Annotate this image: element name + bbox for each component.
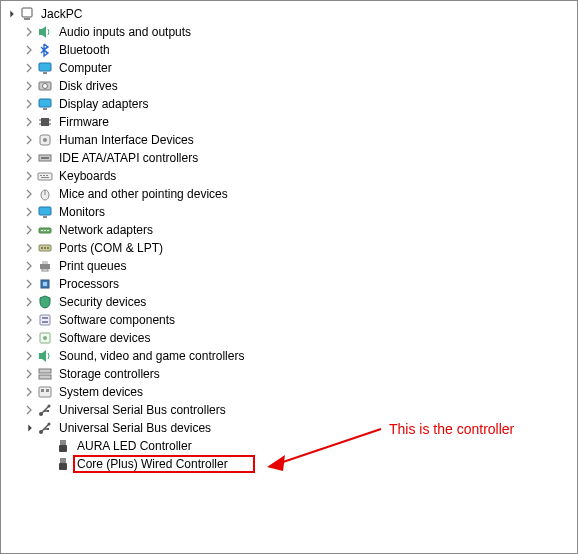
expander-icon[interactable] — [21, 330, 37, 346]
tree-category-system[interactable]: System devices — [1, 383, 577, 401]
svg-point-60 — [48, 423, 51, 426]
hid-icon — [37, 132, 53, 148]
expander-icon[interactable] — [21, 42, 37, 58]
tree-item-label: Security devices — [57, 295, 148, 309]
svg-rect-23 — [41, 177, 49, 178]
svg-rect-1 — [24, 18, 30, 20]
svg-rect-49 — [39, 375, 51, 379]
tree-category-usbdev[interactable]: Universal Serial Bus devices — [1, 419, 577, 437]
system-icon — [37, 384, 53, 400]
storage-icon — [37, 366, 53, 382]
expander-icon[interactable] — [21, 186, 37, 202]
svg-rect-26 — [39, 207, 51, 215]
monitor-icon — [37, 204, 53, 220]
svg-rect-57 — [47, 410, 49, 412]
expander-icon[interactable] — [21, 168, 37, 184]
expander-icon[interactable] — [21, 132, 37, 148]
tree-category-mice[interactable]: Mice and other pointing devices — [1, 185, 577, 203]
ide-icon — [37, 150, 53, 166]
tree-item-label: Universal Serial Bus devices — [57, 421, 213, 435]
tree-item-label: Bluetooth — [57, 43, 112, 57]
tree-category-storage[interactable]: Storage controllers — [1, 365, 577, 383]
expander-icon[interactable] — [21, 312, 37, 328]
tree-item-label: Core (Plus) Wired Controller — [75, 457, 230, 471]
tree-device-aura[interactable]: AURA LED Controller — [1, 437, 577, 455]
expander-icon[interactable] — [21, 348, 37, 364]
tree-category-swdev[interactable]: Software devices — [1, 329, 577, 347]
tree-item-label: Human Interface Devices — [57, 133, 196, 147]
svg-marker-3 — [42, 26, 46, 38]
svg-rect-52 — [46, 389, 49, 392]
tree-category-keyboard[interactable]: Keyboards — [1, 167, 577, 185]
expander-icon[interactable] — [21, 150, 37, 166]
expander-icon[interactable] — [21, 420, 37, 436]
expander-icon[interactable] — [21, 96, 37, 112]
svg-rect-43 — [42, 321, 48, 323]
tree-category-hid[interactable]: Human Interface Devices — [1, 131, 577, 149]
drive-icon — [37, 78, 53, 94]
expander-icon[interactable] — [21, 276, 37, 292]
expander-icon[interactable] — [21, 78, 37, 94]
svg-rect-9 — [43, 108, 47, 110]
tree-item-label: Mice and other pointing devices — [57, 187, 230, 201]
expander-icon[interactable] — [21, 384, 37, 400]
expander-icon[interactable] — [21, 114, 37, 130]
svg-point-16 — [43, 138, 47, 142]
tree-category-bluetooth[interactable]: Bluetooth — [1, 41, 577, 59]
shield-icon — [37, 294, 53, 310]
svg-marker-47 — [42, 350, 46, 362]
expander-icon[interactable] — [21, 240, 37, 256]
tree-item-label: Display adapters — [57, 97, 150, 111]
tree-category-sound[interactable]: Sound, video and game controllers — [1, 347, 577, 365]
tree-item-label: Storage controllers — [57, 367, 162, 381]
expander-icon[interactable] — [21, 366, 37, 382]
expander-icon[interactable] — [21, 294, 37, 310]
tree-item-label: Software devices — [57, 331, 152, 345]
expander-icon[interactable] — [3, 6, 19, 22]
svg-rect-31 — [47, 230, 49, 231]
swdev-icon — [37, 330, 53, 346]
svg-rect-40 — [43, 282, 47, 286]
tree-category-ide[interactable]: IDE ATA/ATAPI controllers — [1, 149, 577, 167]
expander-icon[interactable] — [21, 258, 37, 274]
tree-item-label: Computer — [57, 61, 114, 75]
tree-item-label: Network adapters — [57, 223, 155, 237]
svg-rect-19 — [38, 173, 52, 180]
svg-rect-64 — [59, 445, 67, 452]
tree-item-label: Audio inputs and outputs — [57, 25, 193, 39]
tree-category-ports[interactable]: Ports (COM & LPT) — [1, 239, 577, 257]
tree-category-display[interactable]: Display adapters — [1, 95, 577, 113]
tree-category-security[interactable]: Security devices — [1, 293, 577, 311]
svg-rect-63 — [60, 440, 66, 445]
tree-category-audio[interactable]: Audio inputs and outputs — [1, 23, 577, 41]
expander-icon[interactable] — [21, 222, 37, 238]
tree-category-printq[interactable]: Print queues — [1, 257, 577, 275]
expander-icon[interactable] — [39, 456, 55, 472]
tree-root[interactable]: JackPC — [1, 5, 577, 23]
tree-category-firmware[interactable]: Firmware — [1, 113, 577, 131]
tree-category-swcomp[interactable]: Software components — [1, 311, 577, 329]
svg-point-55 — [48, 405, 51, 408]
expander-icon[interactable] — [39, 438, 55, 454]
tree-item-label: Print queues — [57, 259, 128, 273]
expander-icon[interactable] — [21, 24, 37, 40]
tree-item-label: Keyboards — [57, 169, 118, 183]
monitor-icon — [37, 96, 53, 112]
tree-device-core[interactable]: Core (Plus) Wired Controller — [1, 455, 577, 473]
expander-icon[interactable] — [21, 204, 37, 220]
expander-icon[interactable] — [21, 402, 37, 418]
svg-point-45 — [43, 336, 47, 340]
svg-rect-42 — [42, 317, 48, 319]
tree-category-monitors[interactable]: Monitors — [1, 203, 577, 221]
tree-category-usbctrl[interactable]: Universal Serial Bus controllers — [1, 401, 577, 419]
tree-item-label: Firmware — [57, 115, 111, 129]
tree-item-label: Monitors — [57, 205, 107, 219]
tree-category-computer[interactable]: Computer — [1, 59, 577, 77]
tree-category-disk[interactable]: Disk drives — [1, 77, 577, 95]
tree-category-network[interactable]: Network adapters — [1, 221, 577, 239]
svg-rect-38 — [42, 269, 48, 271]
svg-rect-0 — [22, 8, 32, 17]
expander-icon[interactable] — [21, 60, 37, 76]
tree-category-proc[interactable]: Processors — [1, 275, 577, 293]
svg-rect-30 — [44, 230, 46, 231]
